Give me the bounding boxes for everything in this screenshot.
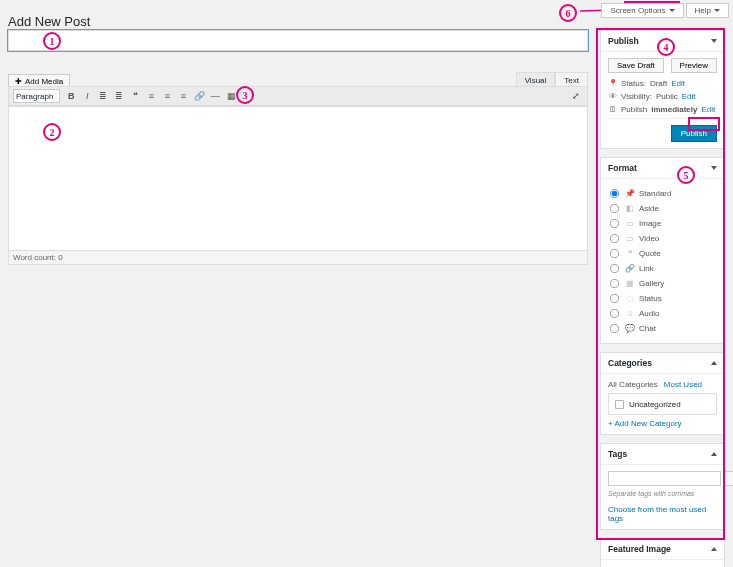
categories-panel: Categories All Categories Most Used Unca… (600, 352, 725, 435)
format-label: Video (639, 234, 659, 243)
format-radio-audio[interactable] (610, 309, 619, 318)
post-content-editor[interactable] (8, 106, 588, 251)
editor-toolbar: Paragraph BI≣≣❝≡≡≡🔗—▦ ⤢ (8, 86, 588, 106)
format-radio-video[interactable] (610, 234, 619, 243)
fullscreen-btn[interactable]: ⤢ (569, 89, 583, 103)
format-radio-link[interactable] (610, 264, 619, 273)
help-tab[interactable]: Help (686, 3, 729, 18)
format-option-standard[interactable]: 📌Standard (608, 187, 717, 200)
calendar-icon: 🗓 (608, 105, 617, 114)
category-checkbox[interactable] (615, 400, 624, 409)
add-media-label: Add Media (25, 77, 63, 86)
post-title-input[interactable] (8, 30, 588, 51)
format-option-video[interactable]: ▭Video (608, 232, 717, 245)
publish-panel-header[interactable]: Publish (601, 31, 724, 52)
chevron-down-icon (714, 9, 720, 12)
italic-btn[interactable]: I (80, 89, 94, 103)
align-right-btn[interactable]: ≡ (176, 89, 190, 103)
format-radio-quote[interactable] (610, 249, 619, 258)
format-radio-standard[interactable] (610, 189, 619, 198)
post-title-wrap (8, 30, 588, 51)
tag-input[interactable] (608, 471, 721, 486)
format-label: Link (639, 264, 654, 273)
category-item[interactable]: Uncategorized (613, 398, 712, 411)
format-radio-aside[interactable] (610, 204, 619, 213)
publish-button[interactable]: Publish (671, 125, 717, 142)
align-left-btn[interactable]: ≡ (144, 89, 158, 103)
more-btn[interactable]: — (208, 89, 222, 103)
featured-image-panel-header[interactable]: Featured Image (601, 539, 724, 560)
page-title: Add New Post (8, 14, 90, 29)
format-option-aside[interactable]: ◧Aside (608, 202, 717, 215)
pin-icon: 📍 (608, 79, 617, 88)
format-panel: Format 📌Standard◧Aside▭Image▭Video❝Quote… (600, 157, 725, 344)
add-new-category-link[interactable]: + Add New Category (608, 419, 682, 428)
format-option-audio[interactable]: ♫Audio (608, 307, 717, 320)
camera-icon: ✚ (15, 77, 22, 86)
format-option-status[interactable]: ◌Status (608, 292, 717, 305)
link-btn[interactable]: 🔗 (192, 89, 206, 103)
format-radio-status[interactable] (610, 294, 619, 303)
schedule-row: 🗓 Publish immediately Edit (608, 105, 717, 114)
list-ol-btn[interactable]: ≣ (112, 89, 126, 103)
featured-image-panel: Featured Image Set featured image (600, 538, 725, 567)
tags-panel: Tags Add Separate tags with commas Choos… (600, 443, 725, 530)
block-format-select[interactable]: Paragraph (13, 89, 60, 103)
format-option-image[interactable]: ▭Image (608, 217, 717, 230)
featured-title: Featured Image (608, 544, 671, 554)
format-option-gallery[interactable]: ▦Gallery (608, 277, 717, 290)
format-panel-header[interactable]: Format (601, 158, 724, 179)
edit-status-link[interactable]: Edit (671, 79, 685, 88)
status-icon: ◌ (625, 294, 635, 304)
format-radio-gallery[interactable] (610, 279, 619, 288)
word-count-value: 0 (58, 253, 62, 262)
align-center-btn[interactable]: ≡ (160, 89, 174, 103)
standard-icon: 📌 (625, 189, 635, 199)
format-option-link[interactable]: 🔗Link (608, 262, 717, 275)
cat-tab-most-used[interactable]: Most Used (664, 380, 702, 389)
preview-button[interactable]: Preview (671, 58, 717, 73)
format-radio-image[interactable] (610, 219, 619, 228)
image-icon: ▭ (625, 219, 635, 229)
chevron-up-icon (711, 361, 717, 365)
categories-panel-header[interactable]: Categories (601, 353, 724, 374)
chevron-down-icon (711, 166, 717, 170)
format-label: Quote (639, 249, 661, 258)
aside-icon: ◧ (625, 204, 635, 214)
chevron-up-icon (711, 547, 717, 551)
chevron-down-icon (711, 39, 717, 43)
format-title: Format (608, 163, 637, 173)
edit-visibility-link[interactable]: Edit (682, 92, 696, 101)
tags-hint: Separate tags with commas (608, 490, 717, 497)
format-option-quote[interactable]: ❝Quote (608, 247, 717, 260)
format-label: Gallery (639, 279, 664, 288)
edit-schedule-link[interactable]: Edit (702, 105, 716, 114)
format-option-chat[interactable]: 💬Chat (608, 322, 717, 335)
quote-icon: ❝ (625, 249, 635, 259)
add-tag-button[interactable]: Add (724, 471, 733, 486)
cat-tab-all[interactable]: All Categories (608, 380, 658, 389)
chat-icon: 💬 (625, 324, 635, 334)
save-draft-button[interactable]: Save Draft (608, 58, 664, 73)
list-ul-btn[interactable]: ≣ (96, 89, 110, 103)
blockquote-btn[interactable]: ❝ (128, 89, 142, 103)
publish-title: Publish (608, 36, 639, 46)
tags-title: Tags (608, 449, 627, 459)
format-radio-chat[interactable] (610, 324, 619, 333)
format-label: Chat (639, 324, 656, 333)
format-label: Image (639, 219, 661, 228)
choose-tags-link[interactable]: Choose from the most used tags (608, 505, 706, 523)
schedule-label: Publish (621, 105, 647, 114)
toolbar-toggle-btn[interactable]: ▦ (224, 89, 238, 103)
bold-btn[interactable]: B (64, 89, 78, 103)
post-status-row: 📍 Status: Draft Edit (608, 79, 717, 88)
format-label: Status (639, 294, 662, 303)
gallery-icon: ▦ (625, 279, 635, 289)
publish-panel: Publish Save Draft Preview 📍 Status: Dra… (600, 30, 725, 149)
screen-options-tab[interactable]: Screen Options (601, 3, 683, 18)
status-label: Status: (621, 79, 646, 88)
editor-status-bar: Word count: 0 (8, 251, 588, 265)
annotation-6: 6 (559, 4, 577, 22)
tags-panel-header[interactable]: Tags (601, 444, 724, 465)
status-value: Draft (650, 79, 667, 88)
